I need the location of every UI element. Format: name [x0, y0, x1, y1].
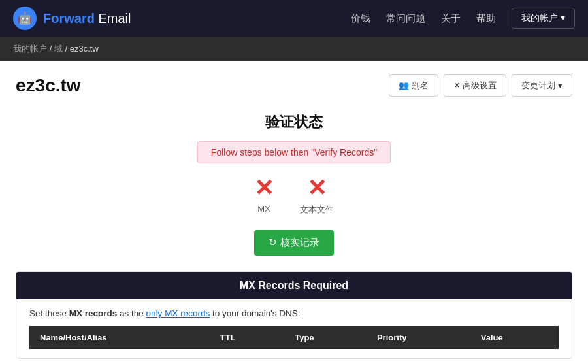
desc-prefix: Set these: [29, 308, 69, 318]
verify-records-button[interactable]: ↻ 核实记录: [254, 230, 333, 256]
domain-actions: 👥 别名 ✕ 高级设置 变更计划 ▾: [389, 74, 572, 97]
mx-x-icon: ✕: [254, 176, 274, 200]
mx-records-desc: Set these MX records as the only MX reco…: [29, 308, 559, 318]
col-type: Type: [284, 326, 367, 349]
change-plan-button[interactable]: 变更计划 ▾: [512, 74, 572, 97]
verification-alert: Follow steps below then "Verify Records": [197, 141, 391, 163]
mx-table-wrapper: Name/Host/Alias TTL Type Priority Value: [29, 326, 559, 349]
logo-icon: 🤖: [13, 7, 37, 30]
header: 🤖 Forward Email 价钱 常问问题 关于 帮助 我的帐户 ▾: [0, 0, 588, 37]
advanced-settings-button[interactable]: ✕ 高级设置: [444, 74, 507, 97]
mx-status-icon: ✕ MX: [254, 176, 274, 216]
breadcrumb-sep2: /: [65, 44, 69, 54]
txt-x-icon: ✕: [307, 176, 327, 200]
desc-bold: MX records: [69, 308, 118, 318]
txt-status-icon: ✕ 文本文件: [300, 176, 334, 216]
table-header-row: Name/Host/Alias TTL Type Priority Value: [29, 326, 559, 349]
mx-records-body: Set these MX records as the only MX reco…: [16, 299, 572, 358]
mx-records-table: Name/Host/Alias TTL Type Priority Value: [29, 326, 559, 349]
logo-forward: Forward: [43, 11, 95, 25]
col-priority: Priority: [367, 326, 470, 349]
verification-title: 验证状态: [16, 112, 572, 132]
breadcrumb: 我的帐户 / 域 / ez3c.tw: [0, 37, 588, 61]
nav-faq[interactable]: 常问问题: [386, 12, 425, 25]
domain-title-row: ez3c.tw 👥 别名 ✕ 高级设置 变更计划 ▾: [16, 74, 572, 97]
alias-button[interactable]: 👥 别名: [389, 74, 438, 97]
mx-label: MX: [257, 204, 270, 214]
desc-link[interactable]: only MX records: [146, 308, 210, 318]
main-nav: 价钱 常问问题 关于 帮助 我的帐户 ▾: [351, 8, 575, 29]
domain-title: ez3c.tw: [16, 75, 81, 96]
col-name: Name/Host/Alias: [29, 326, 210, 349]
main-content: ez3c.tw 👥 别名 ✕ 高级设置 变更计划 ▾ 验证状态 Follow s…: [0, 61, 588, 364]
col-value: Value: [470, 326, 559, 349]
breadcrumb-sep1: /: [50, 44, 54, 54]
verification-section: 验证状态 Follow steps below then "Verify Rec…: [16, 112, 572, 256]
breadcrumb-current: ez3c.tw: [70, 44, 99, 54]
breadcrumb-domain[interactable]: 域: [54, 44, 63, 54]
desc-middle: as the: [117, 308, 146, 318]
verification-icons: ✕ MX ✕ 文本文件: [16, 176, 572, 216]
desc-suffix: to your domain's DNS:: [210, 308, 300, 318]
nav-about[interactable]: 关于: [441, 12, 461, 25]
mx-records-section: MX Records Required Set these MX records…: [16, 271, 572, 359]
txt-label: 文本文件: [300, 204, 334, 216]
nav-help[interactable]: 帮助: [476, 12, 496, 25]
logo-email: Email: [95, 11, 131, 25]
logo-text: Forward Email: [43, 11, 131, 26]
nav-pricing[interactable]: 价钱: [351, 12, 370, 25]
logo: 🤖 Forward Email: [13, 7, 131, 30]
breadcrumb-my-account[interactable]: 我的帐户: [13, 44, 47, 54]
table-head: Name/Host/Alias TTL Type Priority Value: [29, 326, 559, 349]
account-button[interactable]: 我的帐户 ▾: [512, 8, 575, 29]
col-ttl: TTL: [210, 326, 284, 349]
mx-records-header: MX Records Required: [16, 272, 572, 299]
